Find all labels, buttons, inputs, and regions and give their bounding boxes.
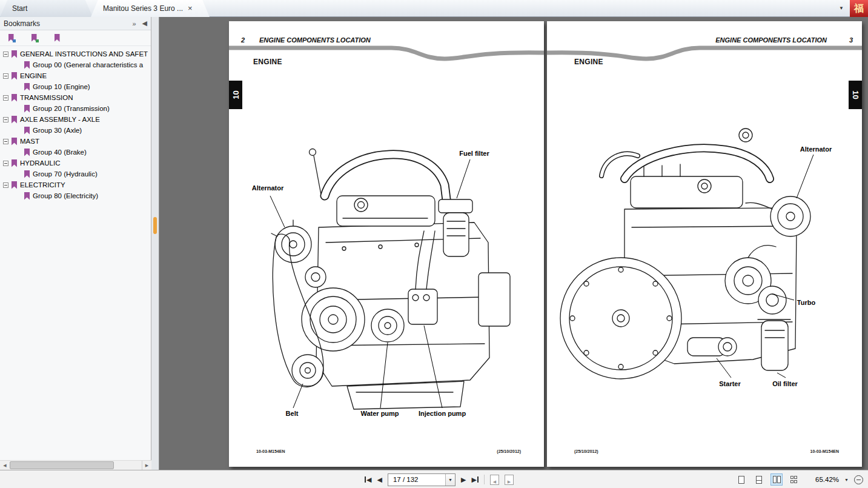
first-page-bar-icon	[365, 476, 366, 483]
tab-close-icon[interactable]: ×	[188, 0, 193, 17]
status-bar: ◀ ◀ 17 / 132 ▼ ▶ ▶ ◀ ▶ 65.42% ▼	[0, 470, 868, 488]
page-indicator: 17 / 132	[388, 476, 445, 483]
bookmark-label: ENGINE	[20, 72, 47, 79]
last-page-icon: ▶	[471, 476, 476, 484]
bookmark-label: Group 30 (Axle)	[33, 127, 82, 134]
bookmark-label: GENERAL INSTRUCTIONS AND SAFET	[20, 50, 148, 58]
section-heading: ENGINE	[253, 58, 282, 66]
bookmark-item-general-instructions[interactable]: GENERAL INSTRUCTIONS AND SAFET	[0, 48, 151, 59]
engine-diagram-rear: Alternator Turbo Starter Oil filter	[553, 118, 856, 427]
previous-view-button[interactable]: ◀	[490, 475, 499, 485]
page-left: 2 ENGINE COMPONENTS LOCATION ENGINE 10	[229, 21, 544, 467]
bookmark-tool-mark-icon	[13, 39, 16, 42]
collapse-expander-icon[interactable]	[3, 182, 8, 188]
next-view-button[interactable]: ▶	[505, 475, 514, 485]
bookmark-icon	[24, 61, 30, 69]
tab-document[interactable]: Manitou Series 3 Euro ... ×	[91, 0, 210, 17]
continuous-view-button[interactable]	[753, 473, 765, 486]
page-footer-reference: 10-03-M154EN	[810, 449, 839, 453]
callout-oil-filter: Oil filter	[772, 380, 798, 387]
bookmark-tool-mark-icon	[36, 39, 39, 42]
bookmark-item-group-00[interactable]: Group 00 (General characteristics a	[0, 59, 151, 70]
first-page-button[interactable]: ◀	[365, 476, 371, 484]
page-dropdown-icon[interactable]: ▼	[445, 474, 455, 486]
bookmark-item-mast[interactable]: MAST	[0, 136, 151, 147]
collapse-expander-icon[interactable]	[3, 161, 8, 166]
bookmarks-panel-header: Bookmarks » ◀	[0, 17, 151, 30]
bookmark-item-group-10[interactable]: Group 10 (Engine)	[0, 81, 151, 92]
last-page-bar-icon	[477, 476, 479, 483]
scrollbar-thumb[interactable]	[10, 461, 114, 469]
engine-diagram-front: Fuel filter Alternator Belt Water pump I…	[235, 118, 538, 427]
facing-view-button[interactable]	[770, 473, 783, 486]
bookmark-label: HYDRAULIC	[20, 159, 60, 167]
bookmark-icon	[12, 50, 17, 58]
expand-all-bookmarks-icon[interactable]: »	[132, 20, 136, 27]
zoom-dropdown-icon[interactable]: ▼	[844, 478, 849, 482]
expand-current-bookmark-button[interactable]	[6, 33, 16, 43]
new-bookmark-button[interactable]	[52, 33, 62, 43]
bookmark-label: ELECTRICITY	[20, 181, 65, 189]
bookmark-icon	[12, 138, 17, 145]
last-page-button[interactable]: ▶	[471, 476, 478, 484]
tab-document-label: Manitou Series 3 Euro ...	[103, 0, 183, 17]
bookmark-item-group-30[interactable]: Group 30 (Axle)	[0, 125, 151, 136]
chapter-number: 10	[851, 90, 860, 99]
engine-line-art	[560, 129, 810, 379]
single-page-view-button[interactable]	[735, 473, 747, 486]
locate-bookmark-button[interactable]	[29, 33, 39, 43]
collapse-expander-icon[interactable]	[3, 52, 8, 57]
collapse-panel-icon[interactable]: ◀	[142, 19, 147, 27]
chapter-side-tab: 10	[849, 81, 862, 109]
bookmark-label: Group 70 (Hydraulic)	[33, 170, 98, 178]
scroll-right-icon[interactable]: ▶	[142, 461, 151, 470]
toolbar-separator	[484, 475, 485, 484]
section-heading: ENGINE	[574, 58, 603, 66]
bookmark-icon	[12, 159, 17, 167]
bookmark-label: Group 20 (Transmission)	[33, 105, 110, 112]
previous-view-icon: ◀	[493, 479, 496, 484]
continuous-facing-view-button[interactable]	[788, 473, 800, 486]
callout-fuel-filter: Fuel filter	[459, 150, 489, 157]
single-page-icon	[738, 476, 744, 484]
next-page-button[interactable]: ▶	[461, 476, 466, 484]
bookmark-icon	[24, 192, 30, 200]
document-view[interactable]: 2 ENGINE COMPONENTS LOCATION ENGINE 10	[159, 17, 868, 470]
bookmark-item-hydraulic[interactable]: HYDRAULIC	[0, 158, 151, 169]
callout-injection-pump: Injection pump	[419, 410, 466, 417]
bookmark-item-electricity[interactable]: ELECTRICITY	[0, 179, 151, 190]
bookmark-item-engine[interactable]: ENGINE	[0, 70, 151, 81]
facing-page-icon	[773, 476, 777, 483]
bookmark-item-axle-assembly[interactable]: AXLE ASSEMBLY - AXLE	[0, 114, 151, 125]
bookmark-icon	[24, 105, 30, 113]
bookmark-item-group-80[interactable]: Group 80 (Electricity)	[0, 190, 151, 201]
bookmark-item-group-70[interactable]: Group 70 (Hydraulic)	[0, 169, 151, 179]
collapse-expander-icon[interactable]	[3, 73, 8, 79]
bookmark-item-group-20[interactable]: Group 20 (Transmission)	[0, 103, 151, 114]
tab-start[interactable]: Start	[0, 0, 93, 17]
collapse-expander-icon[interactable]	[3, 117, 8, 122]
bookmark-label: Group 00 (General characteristics a	[33, 61, 143, 69]
previous-page-button[interactable]: ◀	[377, 476, 382, 484]
callout-water-pump: Water pump	[360, 410, 399, 417]
page-number-combobox[interactable]: 17 / 132 ▼	[388, 473, 456, 486]
promo-fu-badge[interactable]: 福	[850, 0, 868, 17]
bookmarks-toolbar	[0, 30, 151, 46]
zoom-out-button[interactable]	[854, 475, 863, 484]
bookmark-icon	[12, 181, 17, 189]
facing-page-icon	[777, 476, 781, 483]
tab-bar: Start Manitou Series 3 Euro ... × ▼ 福	[0, 0, 868, 17]
bookmark-item-group-40[interactable]: Group 40 (Brake)	[0, 147, 151, 158]
bookmark-icon	[24, 127, 30, 135]
panel-splitter[interactable]	[151, 17, 159, 470]
collapse-expander-icon[interactable]	[3, 139, 8, 144]
scroll-left-icon[interactable]: ◀	[0, 461, 10, 470]
bookmarks-horizontal-scrollbar[interactable]: ◀ ▶	[0, 460, 151, 470]
tab-list-dropdown-icon[interactable]: ▼	[839, 5, 844, 11]
bookmark-item-transmission[interactable]: TRANSMISSION	[0, 92, 151, 103]
splitter-grip[interactable]	[153, 217, 157, 234]
collapse-expander-icon[interactable]	[3, 95, 8, 101]
previous-page-icon: ◀	[377, 476, 382, 484]
next-view-icon: ▶	[508, 479, 511, 484]
bookmark-icon	[12, 72, 17, 80]
